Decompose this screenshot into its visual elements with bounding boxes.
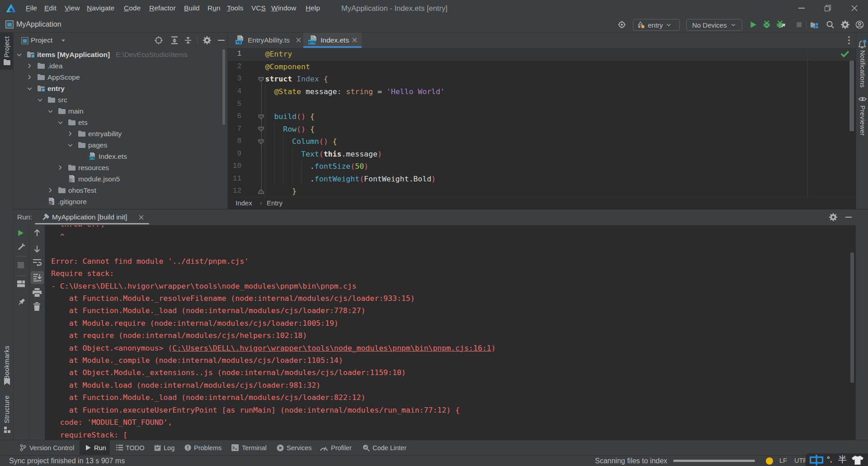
svg-text:ETS: ETS [309, 40, 316, 44]
svg-text:0: 0 [70, 179, 71, 182]
svg-text:TS: TS [236, 40, 241, 44]
svg-text:ETS: ETS [89, 157, 95, 160]
